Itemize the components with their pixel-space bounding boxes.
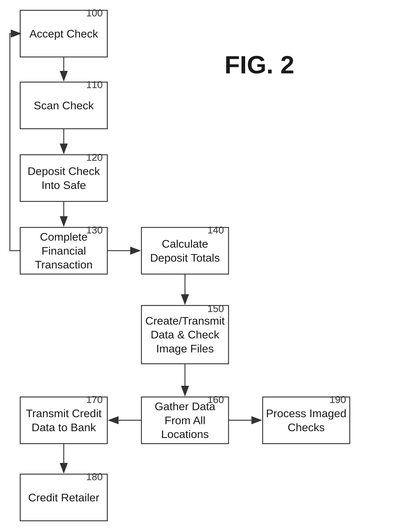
ref-130: 130 [86,224,103,236]
ref-100: 100 [86,7,103,19]
ref-190: 190 [330,394,346,405]
ref-120: 120 [86,152,103,163]
figure-label: FIG. 2 [225,50,294,79]
diagram-container: FIG. 2 Accept Check 100 Scan Check 110 D… [0,0,396,532]
ref-160: 160 [207,394,224,405]
ref-180: 180 [86,471,103,482]
ref-170: 170 [86,394,103,405]
ref-110: 110 [86,79,103,91]
ref-150: 150 [207,303,224,314]
ref-140: 140 [207,224,224,236]
